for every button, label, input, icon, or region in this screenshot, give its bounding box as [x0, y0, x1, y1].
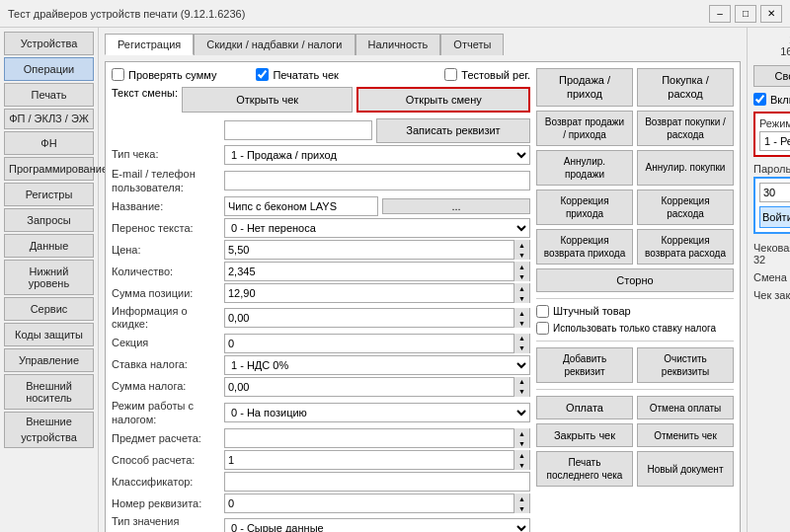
correct-ret-income-button[interactable]: Коррекция возврата прихода — [536, 229, 633, 265]
tax-sum-spin-up[interactable]: ▲ — [514, 377, 529, 387]
sidebar-item-fn[interactable]: ФН — [4, 131, 94, 155]
open-shift-button[interactable]: Открыть смену — [356, 87, 530, 113]
only-rate-checkbox[interactable] — [536, 322, 549, 335]
print-last-button[interactable]: Печать последнего чека — [536, 451, 633, 487]
section-input[interactable] — [225, 335, 514, 352]
calc-subject-spin-up[interactable]: ▲ — [514, 428, 529, 438]
text-shift-input[interactable] — [224, 120, 372, 140]
open-check-button[interactable]: Открыть чек — [182, 87, 354, 113]
sidebar-item-external-media[interactable]: Внешний носитель — [4, 374, 94, 410]
section-spin-up[interactable]: ▲ — [514, 334, 529, 343]
price-spin-up[interactable]: ▲ — [514, 240, 529, 250]
price-spin-down[interactable]: ▼ — [514, 250, 529, 260]
test-mode-check[interactable]: Тестовый рег. — [444, 68, 530, 81]
calc-method-spin-up[interactable]: ▲ — [514, 450, 529, 460]
calc-method-spin-down[interactable]: ▼ — [514, 460, 529, 470]
correct-income-button[interactable]: Коррекция прихода — [536, 190, 633, 225]
annul-sale-button[interactable]: Аннулир. продажи — [536, 150, 633, 186]
print-check-checkbox[interactable] — [256, 68, 269, 81]
tab-registration[interactable]: Регистрация — [105, 34, 194, 55]
close-button[interactable]: ✕ — [760, 5, 782, 23]
only-rate-check[interactable]: Использовать только ставку налога — [536, 322, 716, 335]
tab-reports[interactable]: Отчеты — [440, 34, 504, 55]
sidebar-item-programming[interactable]: Программирование — [4, 157, 94, 181]
maximize-button[interactable]: □ — [735, 5, 756, 23]
sidebar-item-external-devices[interactable]: Внешние устройства — [4, 412, 94, 448]
test-mode-checkbox[interactable] — [444, 68, 457, 81]
return-sale-button[interactable]: Возврат продажи / прихода — [536, 111, 633, 146]
payment-button[interactable]: Оплата — [536, 396, 633, 419]
cancel-button[interactable]: Сторно — [536, 268, 734, 292]
check-sum-check[interactable]: Проверять сумму — [112, 68, 216, 81]
sum-pos-spin-up[interactable]: ▲ — [514, 283, 529, 293]
qty-spin-down[interactable]: ▼ — [514, 271, 529, 281]
write-details-button[interactable]: Записать реквизит — [376, 118, 530, 142]
tab-discounts[interactable]: Скидки / надбавки / налоги — [194, 34, 355, 55]
close-check-button[interactable]: Закрыть чек — [536, 423, 633, 447]
new-doc-button[interactable]: Новый документ — [637, 451, 734, 487]
sidebar-item-registers[interactable]: Регистры — [4, 183, 94, 206]
req-num-spin-up[interactable]: ▲ — [514, 494, 529, 503]
classifier-input[interactable] — [224, 472, 530, 492]
password-input[interactable] — [759, 183, 790, 202]
price-input[interactable] — [225, 241, 514, 259]
req-num-input[interactable] — [225, 494, 514, 512]
email-input[interactable] — [224, 171, 530, 190]
tax-mode-select[interactable]: 0 - На позицию — [224, 403, 530, 422]
add-req-button[interactable]: Добавить реквизит — [536, 347, 633, 383]
correct-ret-row: Коррекция возврата прихода Коррекция воз… — [536, 229, 734, 265]
sale-income-button[interactable]: Продажа / приход — [536, 68, 633, 107]
annul-buy-button[interactable]: Аннулир. покупки — [637, 150, 734, 186]
tab-cash[interactable]: Наличность — [356, 34, 441, 55]
check-type-select[interactable]: 1 - Продажа / приход — [224, 145, 530, 165]
check-sum-checkbox[interactable] — [112, 68, 124, 81]
sidebar-item-fp[interactable]: ФП / ЭКЛЗ / ЭЖ — [4, 109, 94, 129]
section-spin-down[interactable]: ▼ — [514, 343, 529, 353]
sum-pos-input[interactable] — [225, 284, 514, 302]
return-buy-button[interactable]: Возврат покупки / расхода — [637, 111, 734, 146]
discount-spin-btns: ▲ ▼ — [514, 308, 529, 328]
tax-sum-input[interactable] — [225, 378, 514, 396]
login-button[interactable]: Войти — [759, 206, 790, 228]
enabled-checkbox[interactable] — [753, 93, 766, 106]
transfer-select[interactable]: 0 - Нет переноса — [224, 218, 530, 238]
tax-sum-spin-down[interactable]: ▼ — [514, 387, 529, 397]
correct-ret-expense-button[interactable]: Коррекция возврата расхода — [637, 229, 734, 265]
sidebar-item-devices[interactable]: Устройства — [4, 32, 94, 55]
minimize-button[interactable]: – — [709, 5, 731, 23]
print-check-check[interactable]: Печатать чек — [256, 68, 339, 81]
properties-button[interactable]: Свойства — [753, 65, 790, 87]
req-type-select[interactable]: 0 - Сырые данные — [224, 518, 530, 532]
calc-subject-spin-down[interactable]: ▼ — [514, 438, 529, 448]
mode-select[interactable]: 1 - Регистрации — [759, 131, 790, 151]
piece-goods-checkbox[interactable] — [536, 305, 549, 318]
sidebar-item-protection[interactable]: Коды защиты — [4, 323, 94, 346]
req-num-spin-down[interactable]: ▼ — [514, 503, 529, 513]
clear-req-button[interactable]: Очистить реквизиты — [637, 347, 734, 383]
calc-method-input[interactable] — [225, 451, 514, 469]
name-dots-button[interactable]: ... — [382, 198, 530, 214]
sidebar-item-print[interactable]: Печать — [4, 83, 94, 107]
qty-input[interactable] — [225, 263, 514, 280]
calc-method-label: Способ расчета: — [112, 454, 220, 467]
enabled-check[interactable]: Включено — [753, 93, 790, 106]
sidebar-item-requests[interactable]: Запросы — [4, 208, 94, 232]
correct-expense-button[interactable]: Коррекция расхода — [637, 190, 734, 225]
cancel-check-button[interactable]: Отменить чек — [637, 423, 734, 447]
calc-subject-input[interactable] — [225, 429, 514, 447]
tax-rate-select[interactable]: 1 - НДС 0% — [224, 355, 530, 375]
discount-spin-up[interactable]: ▲ — [514, 308, 529, 318]
name-input[interactable] — [224, 196, 378, 216]
sum-pos-spin-down[interactable]: ▼ — [514, 293, 529, 303]
piece-goods-check[interactable]: Штучный товар — [536, 305, 631, 318]
sidebar-item-data[interactable]: Данные — [4, 234, 94, 258]
buy-expense-button[interactable]: Покупка / расход — [637, 68, 734, 107]
qty-spin-up[interactable]: ▲ — [514, 262, 529, 271]
sidebar-item-management[interactable]: Управление — [4, 348, 94, 372]
discount-input[interactable] — [225, 309, 514, 327]
sidebar-item-service[interactable]: Сервис — [4, 297, 94, 321]
discount-spin-down[interactable]: ▼ — [514, 318, 529, 328]
sidebar-item-operations[interactable]: Операции — [4, 57, 94, 81]
sidebar-item-low-level[interactable]: Нижний уровень — [4, 260, 94, 295]
cancel-payment-button[interactable]: Отмена оплаты — [637, 396, 734, 419]
